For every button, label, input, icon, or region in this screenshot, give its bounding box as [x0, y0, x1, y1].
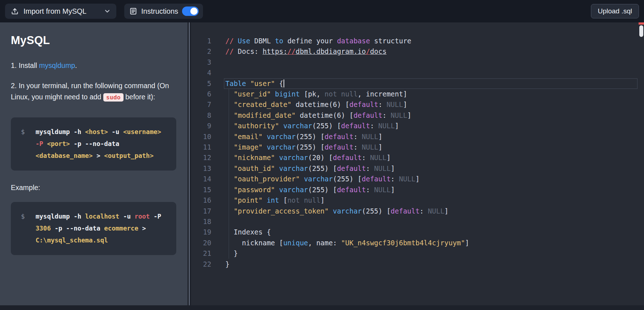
text-token: { — [275, 79, 283, 87]
code-line[interactable]: 7 "created_date" datetime(6) [default: N… — [191, 99, 644, 110]
line-content: "oauth_provider" varchar(255) [default: … — [225, 174, 420, 184]
step-1-text: 1. Install mysqldump. — [11, 60, 176, 72]
top-toolbar: Import from MySQL Instructions Upload .s… — [0, 0, 644, 22]
text-token: varchar — [279, 164, 308, 172]
line-number: 10 — [191, 132, 211, 142]
line-number: 20 — [191, 238, 211, 248]
code-line[interactable]: 10 "email" varchar(255) [default: NULL] — [191, 132, 644, 142]
step-2-text: 2. In your terminal, run the following c… — [11, 80, 176, 103]
code-line[interactable]: 2// Docs: https://dbml.dbdiagram.io/docs — [191, 46, 644, 57]
line-content: "point" int [not null] — [225, 195, 325, 206]
code-line[interactable]: 9 "authority" varchar(255) [default: NUL… — [191, 121, 644, 131]
line-content: } — [225, 259, 229, 270]
text-token: varchar — [283, 122, 312, 130]
import-source-dropdown[interactable]: Import from MySQL — [5, 4, 116, 19]
text-token: [pk, — [300, 90, 325, 98]
text-token: default — [349, 100, 378, 108]
code-line[interactable]: 8 "modified_date" datetime(6) [default: … — [191, 110, 644, 121]
text-token: ] — [391, 164, 395, 172]
text-token: NULL — [362, 143, 379, 151]
code-line[interactable]: 19 Indexes { — [191, 227, 644, 237]
text-token: "oauth_id" — [234, 164, 275, 172]
text-token: int — [267, 196, 279, 204]
text-token: // — [225, 37, 238, 45]
command-line: <database_name> > <output_path> — [36, 150, 166, 162]
import-source-label: Import from MySQL — [23, 7, 86, 16]
line-content: "email" varchar(255) [default: NULL] — [225, 132, 382, 142]
text-token: : — [378, 100, 386, 108]
code-line[interactable]: 1// Use DBML to define your database str… — [191, 36, 644, 46]
text-token: mysqldump -h — [36, 128, 85, 135]
code-line[interactable]: 5Table "user" { — [191, 78, 644, 89]
code-line[interactable]: 17 "provider_access_token" varchar(255) … — [191, 206, 644, 216]
text-token — [225, 111, 234, 119]
text-token: NULL — [428, 207, 445, 215]
code-line[interactable]: 22} — [191, 259, 644, 270]
text-token: default — [341, 122, 370, 130]
code-line[interactable]: 6 "user_id" bigint [pk, not null, increm… — [191, 89, 644, 99]
dbml-code-editor[interactable]: 1// Use DBML to define your database str… — [191, 22, 644, 305]
code-line[interactable]: 4 — [191, 68, 644, 78]
line-content: "password" varchar(255) [default: NULL] — [225, 185, 395, 195]
line-content: "nickname" varchar(20) [default: NULL] — [225, 152, 391, 163]
text-token: NULL — [378, 122, 395, 130]
instructions-toggle-switch[interactable] — [182, 7, 199, 16]
text-token: default — [333, 154, 362, 162]
code-line[interactable]: 12 "nickname" varchar(20) [default: NULL… — [191, 152, 644, 163]
line-number: 11 — [191, 142, 211, 152]
text-token: Table — [225, 79, 246, 87]
upload-sql-button[interactable]: Upload .sql — [591, 4, 639, 18]
text-token: ] — [444, 207, 448, 215]
text-token: "UK_n4swgcf30j6bmtb4l4cjryuym" — [341, 239, 465, 247]
text-token: "image" — [234, 143, 263, 151]
text-token: : — [354, 143, 362, 151]
text-token: before it): — [124, 93, 155, 101]
text-token: } — [225, 249, 238, 257]
line-number: 4 — [191, 68, 211, 78]
text-token — [225, 143, 234, 151]
inline-code-sudo: sudo — [103, 93, 124, 102]
text-token: : — [362, 154, 370, 162]
code-line[interactable]: 15 "password" varchar(255) [default: NUL… — [191, 185, 644, 195]
editor-scrollbar-thumb[interactable] — [639, 25, 643, 37]
text-token: default — [362, 175, 391, 183]
upload-sql-label: Upload .sql — [598, 7, 632, 15]
code-line[interactable]: 21 } — [191, 248, 644, 259]
instructions-toggle-button[interactable]: Instructions — [124, 4, 203, 19]
panel-resize-handle[interactable] — [187, 22, 191, 305]
code-line[interactable]: 16 "point" int [not null] — [191, 195, 644, 206]
code-line[interactable]: 14 "oauth_provider" varchar(255) [defaul… — [191, 174, 644, 184]
upload-icon — [11, 7, 19, 15]
text-token: (255) [ — [296, 143, 325, 151]
text-token: localhost — [85, 213, 120, 220]
text-token — [275, 154, 279, 162]
line-content: // Use DBML to define your database stru… — [225, 36, 411, 46]
code-line[interactable]: 11 "image" varchar(255) [default: NULL] — [191, 142, 644, 152]
line-content: } — [225, 248, 238, 259]
text-token: bigint — [275, 90, 300, 98]
text-token: (255) [ — [308, 186, 337, 194]
text-token: define your — [283, 37, 337, 45]
text-token: (20) [ — [308, 154, 333, 162]
code-line[interactable]: 3 — [191, 57, 644, 68]
mysqldump-link[interactable]: mysqldump — [39, 61, 75, 69]
code-line[interactable]: 18 — [191, 216, 644, 227]
text-token: varchar — [279, 186, 308, 194]
text-token: varchar — [267, 143, 295, 151]
text-token: } — [225, 260, 229, 268]
text-token — [275, 164, 279, 172]
code-line[interactable]: 13 "oauth_id" varchar(255) [default: NUL… — [191, 163, 644, 174]
text-token: "modified_date" — [234, 111, 296, 119]
text-token: "user_id" — [234, 90, 271, 98]
line-number: 15 — [191, 185, 211, 195]
line-number: 2 — [191, 46, 211, 57]
text-token: default — [325, 143, 354, 151]
command-lines: mysqldump -h <host> -u <username>-P <por… — [36, 126, 166, 162]
text-token: "point" — [234, 196, 263, 204]
text-token: > — [138, 225, 146, 232]
text-token: to — [275, 37, 283, 45]
text-token — [263, 143, 267, 151]
document-icon — [129, 7, 137, 15]
code-line[interactable]: 20 nickname [unique, name: "UK_n4swgcf30… — [191, 238, 644, 248]
text-token: default — [391, 207, 420, 215]
